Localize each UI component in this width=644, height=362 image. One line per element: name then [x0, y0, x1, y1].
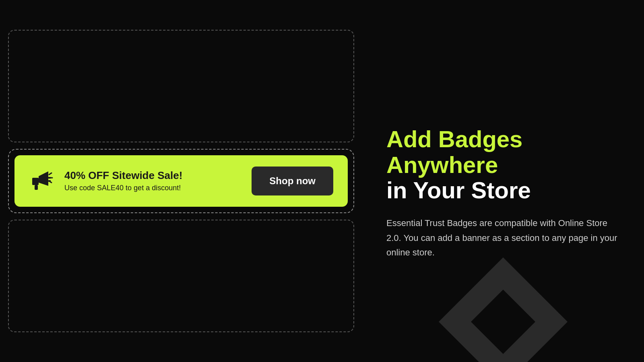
banner-title: 40% OFF Sitewide Sale! [64, 169, 182, 182]
heading-line2: Anywhere [386, 152, 498, 178]
svg-rect-4 [35, 185, 38, 190]
banner-container: 40% OFF Sitewide Sale! Use code SALE40 t… [0, 142, 362, 220]
svg-line-7 [49, 181, 52, 183]
svg-rect-0 [32, 178, 39, 185]
heading-line3: in Your Store [386, 177, 531, 203]
banner-subtitle: Use code SALE40 to get a discount! [64, 183, 182, 193]
sale-banner: 40% OFF Sitewide Sale! Use code SALE40 t… [14, 155, 348, 207]
banner-text: 40% OFF Sitewide Sale! Use code SALE40 t… [64, 169, 182, 193]
diamond-outer [439, 257, 568, 362]
badge-decoration [439, 257, 568, 362]
banner-left: 40% OFF Sitewide Sale! Use code SALE40 t… [29, 168, 182, 194]
bottom-placeholder-section [8, 220, 354, 332]
description-text: Essential Trust Badges are compatible wi… [386, 216, 620, 260]
main-heading: Add Badges Anywhere in Your Store [386, 126, 620, 203]
svg-line-5 [49, 173, 52, 175]
megaphone-icon [29, 168, 55, 194]
svg-marker-1 [39, 171, 48, 186]
outer-dashed-frame: 40% OFF Sitewide Sale! Use code SALE40 t… [8, 149, 354, 213]
left-panel: 40% OFF Sitewide Sale! Use code SALE40 t… [0, 0, 362, 362]
heading-line1: Add Badges [386, 126, 522, 152]
diamond-inner [471, 290, 535, 354]
shop-now-button[interactable]: Shop now [252, 167, 333, 195]
top-placeholder-section [8, 30, 354, 142]
right-panel: Add Badges Anywhere in Your Store Essent… [362, 0, 644, 362]
